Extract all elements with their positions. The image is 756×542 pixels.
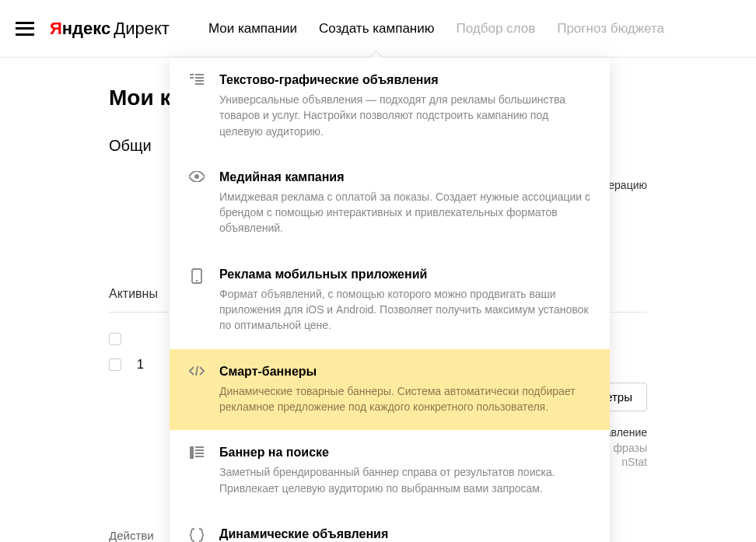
row-number: 1	[137, 358, 144, 372]
select-all-checkbox[interactable]	[109, 333, 121, 345]
svg-rect-1	[190, 77, 194, 79]
mobile-icon	[188, 268, 205, 285]
row-checkbox[interactable]	[109, 358, 121, 371]
dropdown-item-title: Динамические объявления	[219, 527, 591, 541]
dropdown-item-desc: Заметный брендированный баннер справа от…	[219, 464, 591, 496]
dropdown-item-search-banner[interactable]: Баннер на поиске Заметный брендированный…	[170, 430, 610, 512]
logo-brand-rest: ндекс	[62, 19, 110, 39]
dropdown-item-title: Реклама мобильных приложений	[219, 268, 591, 281]
dropdown-item-desc: Формат объявлений, с помощью которого мо…	[219, 286, 591, 334]
nav-word-selection[interactable]: Подбор слов	[456, 1, 535, 57]
dropdown-item-smart-banners[interactable]: Смарт-баннеры Динамические товарные банн…	[170, 349, 610, 431]
svg-rect-4	[195, 80, 204, 82]
text-lines-icon	[188, 74, 205, 91]
logo-product: Директ	[114, 19, 170, 39]
phrases-text: фразы	[614, 442, 647, 454]
dropdown-item-title: Текстово-графические объявления	[219, 73, 591, 87]
header: Яндекс Директ Мои кампании Создать кампа…	[0, 0, 756, 58]
svg-rect-14	[195, 456, 204, 457]
dropdown-item-title: Смарт-баннеры	[219, 365, 591, 379]
svg-rect-13	[195, 453, 204, 454]
svg-rect-10	[190, 446, 194, 459]
braces-icon	[188, 528, 205, 542]
layout-icon	[188, 446, 205, 463]
nav-create-campaign[interactable]: Создать кампанию	[319, 1, 435, 57]
create-campaign-dropdown: Текстово-графические объявления Универса…	[170, 58, 610, 542]
svg-point-8	[196, 280, 198, 281]
menu-icon[interactable]	[16, 22, 34, 36]
dropdown-item-mobile[interactable]: Реклама мобильных приложений Формат объя…	[170, 252, 610, 349]
dropdown-item-title: Баннер на поиске	[219, 446, 591, 460]
dropdown-item-title: Медийная кампания	[219, 170, 591, 184]
main-nav: Мои кампании Создать кампанию Подбор сло…	[208, 1, 740, 57]
svg-rect-12	[195, 449, 204, 451]
dropdown-item-desc: Универсальные объявления — подходят для …	[219, 92, 591, 139]
dropdown-item-desc: Имиджевая реклама с оплатой за показы. С…	[219, 189, 591, 236]
logo[interactable]: Яндекс Директ	[50, 19, 170, 39]
svg-point-6	[194, 174, 199, 179]
dropdown-item-media[interactable]: Медийная кампания Имиджевая реклама с оп…	[170, 155, 610, 252]
svg-rect-11	[195, 446, 204, 448]
svg-line-9	[196, 366, 198, 376]
dropdown-item-desc: Динамические товарные баннеры. Система а…	[219, 383, 591, 415]
stat-text: nStat	[621, 456, 647, 468]
eye-icon	[188, 171, 205, 188]
nav-my-campaigns[interactable]: Мои кампании	[208, 1, 297, 57]
dropdown-item-text-graphic[interactable]: Текстово-графические объявления Универса…	[170, 58, 610, 155]
actions-label: Действи	[109, 529, 154, 542]
code-icon	[188, 365, 205, 383]
dropdown-item-dynamic[interactable]: Динамические объявления Автоматическое с…	[170, 512, 610, 542]
svg-rect-3	[195, 77, 204, 79]
nav-budget-forecast[interactable]: Прогноз бюджета	[557, 1, 664, 57]
logo-brand-y: Я	[50, 19, 62, 39]
svg-rect-5	[195, 83, 204, 85]
svg-rect-0	[190, 74, 194, 75]
svg-rect-2	[195, 74, 204, 75]
